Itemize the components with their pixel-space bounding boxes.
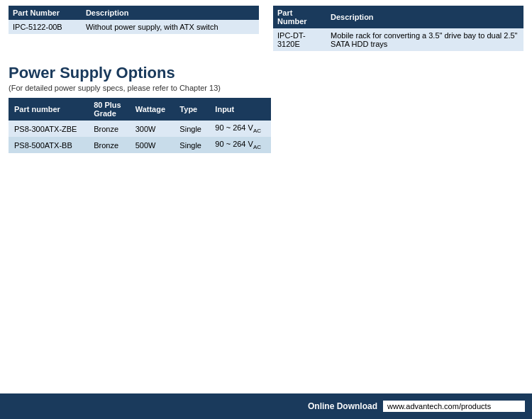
table-row: IPC-5122-00B Without power supply, with … [9,20,259,34]
right-table: Part Number Description IPC-DT-3120E Mob… [273,6,523,51]
section-subtitle: (For detailed power supply specs, please… [9,84,523,92]
main-content: Part Number Description IPC-5122-00B Wit… [0,0,532,196]
psu-row2-input: 90 ~ 264 VAC [209,137,271,153]
footer-label: Online Download [308,401,377,411]
psu-row1-part: PS8-300ATX-ZBE [9,121,88,137]
psu-row2-type: Single [174,137,209,153]
psu-row1-input: 90 ~ 264 VAC [209,121,271,137]
left-row1-part: IPC-5122-00B [9,20,82,34]
table-row: PS8-300ATX-ZBE Bronze 300W Single 90 ~ 2… [9,121,271,137]
left-col-description: Description [82,6,259,20]
psu-header-row: Part number 80 PlusGrade Wattage Type In… [9,98,271,121]
psu-row1-grade: Bronze [88,121,130,137]
psu-table: Part number 80 PlusGrade Wattage Type In… [9,98,271,153]
top-tables-container: Part Number Description IPC-5122-00B Wit… [9,6,523,51]
section-title: Power Supply Options [9,64,523,82]
right-table-header-row: Part Number Description [273,6,523,28]
psu-col-type: Type [174,98,209,121]
psu-col-part-number: Part number [9,98,88,121]
right-row1-desc: Mobile rack for converting a 3.5" drive … [326,28,523,51]
left-row1-desc: Without power supply, with ATX switch [82,20,259,34]
psu-col-input: Input [209,98,271,121]
left-table-wrapper: Part Number Description IPC-5122-00B Wit… [9,6,259,51]
psu-table-body: PS8-300ATX-ZBE Bronze 300W Single 90 ~ 2… [9,121,271,153]
footer-url-input[interactable] [383,401,525,412]
right-table-wrapper: Part Number Description IPC-DT-3120E Mob… [273,6,523,51]
right-col-description: Description [326,6,523,28]
psu-col-grade: 80 PlusGrade [88,98,130,121]
psu-row2-part: PS8-500ATX-BB [9,137,88,153]
left-table-header-row: Part Number Description [9,6,259,20]
power-supply-section: Power Supply Options (For detailed power… [9,64,523,153]
right-table-body: IPC-DT-3120E Mobile rack for converting … [273,28,523,51]
psu-row1-wattage: 300W [130,121,174,137]
left-table-body: IPC-5122-00B Without power supply, with … [9,20,259,34]
psu-row2-grade: Bronze [88,137,130,153]
table-row: IPC-DT-3120E Mobile rack for converting … [273,28,523,51]
right-row1-part: IPC-DT-3120E [273,28,326,51]
right-col-part-number: Part Number [273,6,326,28]
left-col-part-number: Part Number [9,6,82,20]
table-row: PS8-500ATX-BB Bronze 500W Single 90 ~ 26… [9,137,271,153]
left-table: Part Number Description IPC-5122-00B Wit… [9,6,259,34]
psu-row1-type: Single [174,121,209,137]
footer-bar: Online Download [0,393,532,419]
psu-col-wattage: Wattage [130,98,174,121]
psu-row2-wattage: 500W [130,137,174,153]
